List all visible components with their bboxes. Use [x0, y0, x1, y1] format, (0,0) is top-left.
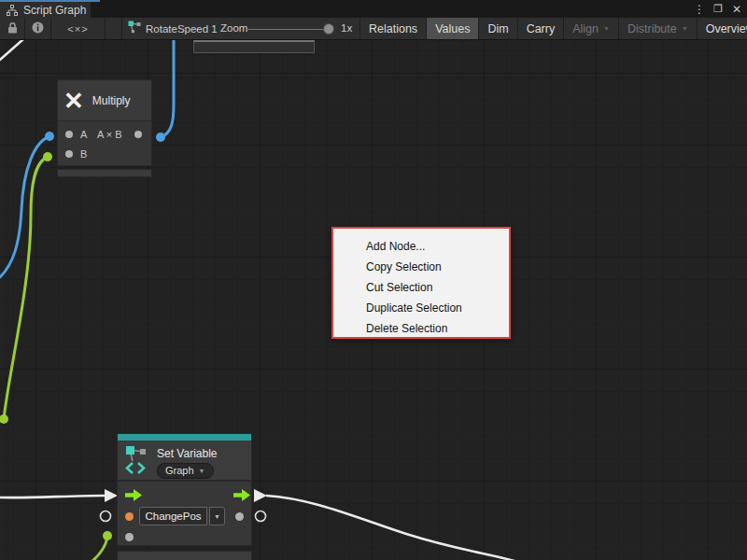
- unconnected-port-left[interactable]: [101, 511, 111, 522]
- graph-hierarchy-icon: [7, 5, 18, 16]
- menu-item-copy-selection[interactable]: Copy Selection: [333, 257, 509, 277]
- zoom-to-fit-icon: <×>: [67, 23, 88, 35]
- variable-kind-dropdown[interactable]: Graph ▼: [157, 463, 214, 479]
- set-variable-icon: [125, 445, 149, 479]
- title-bar: Script Graph ⋮ ❐ ✕: [0, 0, 747, 18]
- wire-endpoint-blue-a[interactable]: [45, 132, 54, 141]
- control-output-arrow-icon[interactable]: [233, 488, 250, 505]
- align-dropdown[interactable]: Align ▼: [564, 18, 619, 39]
- control-arrow-out-icon[interactable]: [254, 489, 267, 502]
- setvar-control-row: [118, 482, 251, 506]
- overview-button[interactable]: Overview: [698, 18, 747, 39]
- chevron-down-icon: ▼: [199, 468, 205, 474]
- setvar-variable-row: ChangePos ▼: [118, 506, 251, 526]
- window-menu-icon[interactable]: ⋮: [693, 3, 706, 16]
- clipped-widget-box: [193, 40, 315, 53]
- carry-toggle[interactable]: Carry: [518, 18, 565, 39]
- variable-output-port[interactable]: [235, 512, 244, 521]
- set-variable-node[interactable]: Set Variable Graph ▼: [117, 433, 252, 560]
- set-variable-node-footer: [117, 551, 252, 560]
- wire-endpoint-green-loose[interactable]: [0, 414, 8, 424]
- multiply-icon: ✕: [63, 89, 84, 113]
- lock-icon: [7, 21, 18, 37]
- value-input-port[interactable]: [125, 533, 134, 541]
- control-wire-into-setvar[interactable]: [0, 496, 105, 497]
- zoom-level-value: 1x: [341, 22, 352, 34]
- multiply-node-title: Multiply: [92, 94, 131, 107]
- tab-script-graph[interactable]: Script Graph: [0, 2, 91, 18]
- lock-button[interactable]: [0, 18, 25, 39]
- info-icon: [32, 21, 44, 37]
- multiply-row-b: B: [58, 144, 151, 163]
- zoom-to-fit-button[interactable]: <×>: [51, 18, 106, 39]
- graph-canvas[interactable]: ✕ Multiply A A × B B: [0, 40, 747, 560]
- multiply-node[interactable]: ✕ Multiply A A × B B: [57, 79, 152, 177]
- multiply-node-footer: [57, 169, 152, 177]
- set-variable-title: Set Variable: [157, 447, 217, 460]
- window-close-icon[interactable]: ✕: [730, 3, 743, 16]
- chevron-down-icon: ▼: [214, 513, 220, 520]
- zoom-label: Zoom: [220, 22, 247, 34]
- graph-reference-label: RotateSpeed 1: [146, 23, 218, 35]
- window-maximize-icon[interactable]: ❐: [712, 3, 725, 15]
- port-label-b: B: [80, 148, 87, 160]
- input-port-a[interactable]: [65, 131, 73, 138]
- values-toggle[interactable]: Values: [427, 18, 479, 39]
- zoom-slider-knob[interactable]: [323, 23, 334, 35]
- zoom-slider-track[interactable]: [247, 29, 333, 30]
- distribute-dropdown[interactable]: Distribute ▼: [619, 18, 698, 39]
- graph-toolbar: <×> RotateSpeed 1 Zoom 1x Relations Valu…: [0, 18, 747, 40]
- script-graph-window: Script Graph ⋮ ❐ ✕: [0, 0, 747, 560]
- wire-endpoint-green-b[interactable]: [43, 152, 52, 161]
- variable-input-port[interactable]: [125, 512, 134, 521]
- value-wire-blue-output[interactable]: [161, 40, 174, 137]
- control-arrow-in-icon[interactable]: [105, 489, 118, 502]
- relations-toggle[interactable]: Relations: [359, 18, 427, 39]
- set-variable-accent-bar: [117, 433, 252, 441]
- multiply-row-a: A A × B: [58, 124, 151, 144]
- menu-item-add-node[interactable]: Add Node...: [333, 236, 509, 257]
- wire-endpoint-green-setvar[interactable]: [103, 531, 112, 540]
- menu-item-duplicate-selection[interactable]: Duplicate Selection: [333, 298, 509, 318]
- wire-endpoint-blue-out[interactable]: [156, 133, 165, 142]
- context-menu: Add Node... Copy Selection Cut Selection…: [331, 227, 511, 339]
- dim-toggle[interactable]: Dim: [479, 18, 517, 39]
- chevron-down-icon: ▼: [603, 25, 610, 32]
- control-wire-out-of-setvar[interactable]: [266, 496, 514, 560]
- graph-reference-breadcrumb[interactable]: RotateSpeed 1: [121, 18, 218, 39]
- menu-item-cut-selection[interactable]: Cut Selection: [333, 277, 509, 298]
- value-wire-green-into-b[interactable]: [4, 157, 48, 419]
- tab-title: Script Graph: [23, 4, 86, 17]
- control-wire-top-left[interactable]: [0, 40, 23, 60]
- variable-name-select[interactable]: ChangePos: [139, 507, 207, 525]
- port-label-axb: A × B: [97, 129, 122, 140]
- output-port-axb[interactable]: [134, 131, 142, 138]
- port-label-a: A: [80, 129, 87, 140]
- input-port-b[interactable]: [65, 150, 73, 158]
- setvar-value-row: [118, 526, 251, 546]
- info-button[interactable]: [25, 18, 51, 39]
- unconnected-port-right[interactable]: [256, 511, 266, 522]
- menu-item-delete-selection[interactable]: Delete Selection: [333, 318, 509, 339]
- variable-select-caret-button[interactable]: ▼: [209, 507, 225, 525]
- chevron-down-icon: ▼: [682, 25, 688, 32]
- value-wire-blue-into-a[interactable]: [0, 136, 49, 277]
- control-input-arrow-icon[interactable]: [125, 488, 142, 505]
- graph-node-icon: [128, 21, 141, 37]
